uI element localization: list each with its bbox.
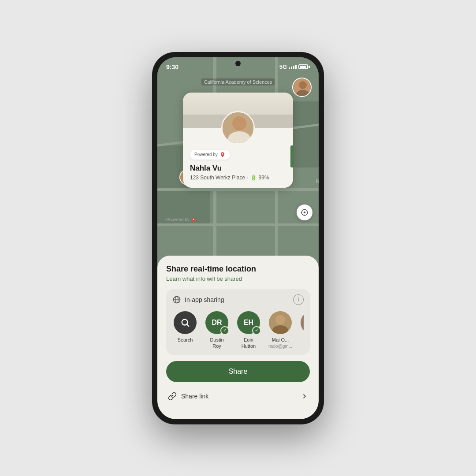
dustin-check: ✓ xyxy=(220,326,229,335)
compass-icon xyxy=(301,208,309,216)
camera-notch xyxy=(235,61,241,66)
battery-indicator xyxy=(298,64,310,69)
signal-bar-1 xyxy=(289,67,290,69)
address-text: 123 South Werkz Place xyxy=(190,175,245,181)
card-accent-bar xyxy=(290,145,293,167)
svg-text:NER: NER xyxy=(316,179,319,184)
contact-name-dustin: DustinRoy xyxy=(210,337,223,350)
status-icons: 5G xyxy=(279,63,310,70)
avatar-image xyxy=(293,78,311,97)
signal-bar-4 xyxy=(295,65,297,69)
search-avatar xyxy=(174,311,197,334)
battery-icon: 🔋 xyxy=(250,175,257,181)
phone-screen: 9:30 5G xyxy=(157,57,319,419)
map-powered-by: Powered by xyxy=(166,217,196,223)
person-name: Nahla Vu xyxy=(190,164,286,173)
lil-avatar xyxy=(301,311,304,334)
svg-point-21 xyxy=(222,153,223,154)
powered-by-text: Powered by xyxy=(194,152,218,157)
svg-point-28 xyxy=(193,219,194,220)
google-maps-icon xyxy=(219,152,226,158)
svg-point-12 xyxy=(299,81,307,89)
separator: · xyxy=(247,175,248,181)
contact-eoin[interactable]: EH ✓ EoinHutton xyxy=(236,311,261,350)
search-icon xyxy=(180,318,190,327)
mai-avatar xyxy=(269,311,292,334)
inapp-label-text: In-app sharing xyxy=(185,296,224,303)
contact-name-eoin: EoinHutton xyxy=(242,337,256,350)
signal-bar-3 xyxy=(293,66,294,69)
share-button[interactable]: Share xyxy=(166,361,310,382)
network-label: 5G xyxy=(279,63,287,70)
signal-bar-2 xyxy=(291,67,292,69)
contact-dustin[interactable]: DR ✓ DustinRoy xyxy=(204,311,230,350)
locate-button[interactable] xyxy=(297,205,312,220)
contact-search[interactable]: Search xyxy=(172,311,198,350)
contact-name-mai: Mai O...maio@gm... xyxy=(268,337,292,350)
inapp-label: In-app sharing xyxy=(172,295,224,304)
contact-name-search: Search xyxy=(178,337,193,343)
dustin-avatar: DR ✓ xyxy=(205,311,228,334)
svg-point-37 xyxy=(301,311,304,334)
chevron-right-icon xyxy=(301,393,308,400)
svg-point-35 xyxy=(275,315,285,325)
status-time: 9:30 xyxy=(166,63,178,71)
map-label: California Academy of Sciences xyxy=(184,78,292,86)
person-avatar xyxy=(221,111,255,145)
sheet-subtitle[interactable]: Learn what info will be shared xyxy=(166,275,310,282)
svg-line-33 xyxy=(187,324,189,326)
eoin-initials: EH xyxy=(244,319,253,327)
svg-point-23 xyxy=(304,211,306,213)
sheet-title: Share real-time location xyxy=(166,264,310,274)
bottom-sheet: Share real-time location Learn what info… xyxy=(157,256,319,419)
top-right-avatar[interactable] xyxy=(292,78,312,97)
info-icon[interactable]: i xyxy=(293,294,304,305)
contact-mai[interactable]: Mai O...maio@gm... xyxy=(268,311,293,350)
inapp-header: In-app sharing i xyxy=(172,294,304,305)
share-contacts-row: Search DR ✓ DustinRoy EH xyxy=(172,311,304,350)
share-link-label: Share link xyxy=(181,393,208,400)
card-banner xyxy=(183,93,293,128)
battery-percent: 99% xyxy=(259,175,269,181)
link-icon xyxy=(168,392,177,401)
phone-frame: 9:30 5G xyxy=(152,52,324,424)
location-card: Powered by Nahla Vu 123 South Werkz Plac… xyxy=(183,93,293,188)
contact-lil[interactable]: LilSmy xyxy=(299,311,304,350)
share-link-row[interactable]: Share link xyxy=(166,387,310,406)
dustin-initials: DR xyxy=(212,319,222,327)
person-location: 123 South Werkz Place · 🔋 99% xyxy=(190,175,286,181)
powered-by: Powered by xyxy=(190,150,230,160)
eoin-check: ✓ xyxy=(252,326,261,335)
eoin-avatar: EH ✓ xyxy=(237,311,260,334)
share-link-left: Share link xyxy=(168,392,208,401)
signal-bars xyxy=(289,65,297,69)
svg-point-18 xyxy=(232,116,246,130)
globe-icon xyxy=(172,295,181,304)
inapp-section: In-app sharing i Search xyxy=(166,289,310,355)
